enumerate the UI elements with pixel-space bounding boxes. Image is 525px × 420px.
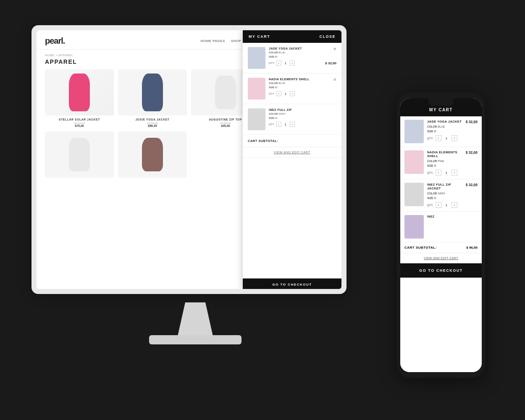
phone-frame: MY CART JADE YOGA JACKET COLOR BLUE SIZE… [397,92,485,378]
cart-item-color: COLOR BLUE [269,81,336,86]
mobile-phone: MY CART JADE YOGA JACKET COLOR BLUE SIZE… [397,92,485,378]
qty-decrease-button[interactable]: ‹ [276,122,281,127]
cart-item: NADIA ELEMENTS SHELL COLOR BLUE SIZE M Q… [243,74,341,104]
mobile-remove-button[interactable]: ✕ [474,183,478,188]
mobile-item-name: NADIA ELEMENTS SHELL [427,150,462,158]
cart-item-color: COLOR GRAY [269,112,336,116]
product-card[interactable] [45,131,114,180]
mobile-cart-item: JADE YOGA JACKET COLOR BLUE SIZE M QTY: … [400,116,482,147]
qty-value: 1 [283,123,288,126]
mobile-item-size: SIZE M [427,163,462,168]
qty-value: 1 [283,62,288,65]
monitor-frame: pearl. HOME PAGES SHOP THEME FEATURES SU… [32,25,346,294]
product-price: $75,00 [45,124,114,127]
cart-header-bar: MY CART CLOSE [243,30,341,43]
cart-item: INEZ FULL ZIP COLOR GRAY SIZE M QTY: ‹ 1 [243,104,341,135]
mobile-item-name: JADE YOGA JACKET [427,120,462,123]
mobile-qty-label: QTY: [427,137,433,140]
mobile-checkout-button[interactable]: GO TO CHECKOUT [400,263,482,278]
mobile-qty-row: QTY: ‹ 1 › [427,202,462,208]
qty-increase-button[interactable]: › [290,60,295,66]
monitor-base [149,335,242,344]
checkout-button[interactable]: GO TO CHECKOUT [243,278,341,289]
cart-item-info: INEZ FULL ZIP COLOR GRAY SIZE M QTY: ‹ 1 [269,108,336,127]
cart-qty-label: QTY: [269,123,275,126]
mobile-remove-button[interactable]: ✕ [474,150,478,156]
nav-home-pages[interactable]: HOME PAGES [201,39,225,43]
cart-item: JADE YOGA JACKET COLOR BLUE SIZE M QTY: … [243,43,341,74]
cart-item-name: INEZ FULL ZIP [269,108,336,111]
qty-increase-button[interactable]: › [290,122,295,127]
mobile-qty-increase[interactable]: › [452,170,457,176]
monitor-screen: pearl. HOME PAGES SHOP THEME FEATURES SU… [37,30,341,289]
mobile-qty-row: QTY: ‹ 1 › [427,135,462,141]
mobile-qty-decrease[interactable]: ‹ [436,170,441,176]
mobile-item-color: COLOR BLUE [427,124,462,129]
mobile-item-image-nadia [404,150,424,174]
product-price: $56,25 [118,124,187,127]
phone-notch [428,98,454,106]
view-edit-cart-button[interactable]: VIEW AND EDIT CART [243,147,341,158]
nav-shop[interactable]: SHOP [231,39,242,43]
cart-qty-row: QTY: ‹ 1 › [269,122,336,127]
mobile-item-name: INEZ [427,215,478,218]
mobile-qty-increase[interactable]: › [452,202,457,208]
phone-screen: MY CART JADE YOGA JACKET COLOR BLUE SIZE… [400,98,482,372]
cart-item-image-jade [248,47,265,69]
cart-qty-label: QTY: [269,92,275,95]
mobile-item-image-inez [404,183,424,206]
qty-decrease-button[interactable]: ‹ [276,91,281,96]
mobile-remove-button[interactable]: ✕ [474,120,478,125]
cart-item-color: COLOR BLUE [269,51,336,55]
mobile-cart-item: INEZ [400,212,482,242]
product-image-pink-jacket [45,69,114,116]
mobile-qty-decrease[interactable]: ‹ [436,135,441,141]
cart-item-info: JADE YOGA JACKET COLOR BLUE SIZE M QTY: … [269,47,336,66]
product-image-navy-jacket [118,69,187,116]
mobile-qty-label: QTY: [427,204,433,207]
cart-qty-row: QTY: ‹ 1 › [269,91,336,96]
cart-subtotal-row: CART SUBTOTAL: [243,135,341,147]
mobile-qty-decrease[interactable]: ‹ [436,202,441,208]
mobile-item-image-jade [404,120,424,143]
mobile-qty-value: 1 [444,203,449,207]
cart-remove-button[interactable]: ✕ [333,47,336,51]
cart-title: MY CART [249,34,270,39]
mobile-view-edit-button[interactable]: VIEW AND EDIT CART [400,253,482,263]
product-card[interactable]: STELLAR SOLAR JACKET As low as $75,00 [45,69,114,127]
mobile-item-color: COLOR PINK [427,159,462,163]
site-logo: pearl. [45,36,65,46]
mobile-subtotal-label: CART SUBTOTAL: [404,246,437,249]
product-name: JOSIE YOGA JACKET [118,118,187,121]
mobile-item-info: NADIA ELEMENTS SHELL COLOR PINK SIZE M Q… [427,150,462,176]
cart-item-size: SIZE M [269,116,336,121]
cart-item-info: NADIA ELEMENTS SHELL COLOR BLUE SIZE M Q… [269,78,336,96]
mobile-cart: MY CART JADE YOGA JACKET COLOR BLUE SIZE… [400,98,482,372]
cart-item-size: SIZE M [269,55,336,59]
mobile-qty-increase[interactable]: › [452,135,457,141]
product-card[interactable]: JOSIE YOGA JACKET As low as $56,25 [118,69,187,127]
cart-item-image-nadia [248,78,265,100]
product-card[interactable] [118,131,187,180]
mobile-qty-value: 1 [444,171,449,175]
mobile-qty-label: QTY: [427,171,433,174]
mobile-bottom-space [400,278,482,372]
desktop-monitor: pearl. HOME PAGES SHOP THEME FEATURES SU… [32,25,359,370]
qty-increase-button[interactable]: › [290,91,295,96]
scene: pearl. HOME PAGES SHOP THEME FEATURES SU… [32,25,494,395]
cart-remove-button[interactable]: ✕ [333,78,336,82]
mobile-item-info: INEZ FULL ZIP JACKET COLOR GRAY SIZE M Q… [427,183,462,208]
cart-subtotal-label: CART SUBTOTAL: [248,139,278,143]
desktop-cart-panel: MY CART CLOSE JADE YOGA JACKET COLOR BLU… [243,30,341,289]
mobile-qty-value: 1 [444,136,449,140]
product-name: STELLAR SOLAR JACKET [45,118,114,121]
mobile-item-size: SIZE M [427,129,462,134]
qty-value: 1 [283,92,288,95]
cart-close-button[interactable]: CLOSE [319,34,336,39]
cart-item-size: SIZE M [269,86,336,90]
monitor-stand [170,302,220,336]
qty-decrease-button[interactable]: ‹ [276,60,281,66]
cart-qty-label: QTY: [269,62,275,64]
mobile-item-image-augustine [404,215,424,239]
product-image-row2-2 [118,131,187,178]
